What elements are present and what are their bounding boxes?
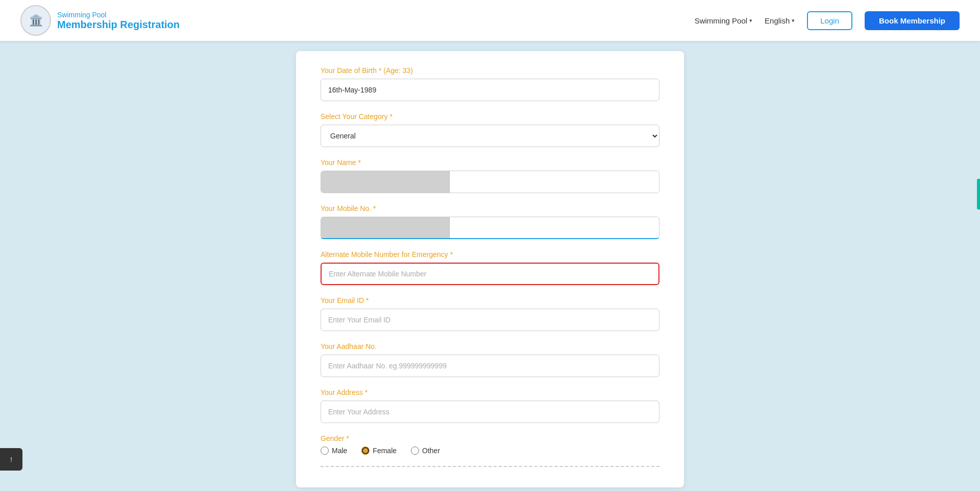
alt-mobile-field-group: Alternate Mobile Number for Emergency * — [321, 250, 659, 285]
aadhaar-field-group: Your Aadhaar No. — [321, 342, 659, 377]
mobile-field-group: Your Mobile No. * — [321, 204, 659, 239]
email-field-group: Your Email ID * — [321, 296, 659, 331]
form-card: Your Date of Birth * (Age: 33) Select Yo… — [296, 51, 684, 487]
gender-other-radio[interactable] — [411, 447, 419, 455]
mobile-prefix-area — [321, 217, 450, 238]
name-label: Your Name * — [321, 158, 659, 167]
category-field-group: Select Your Category * General SC ST OBC… — [321, 112, 659, 147]
aadhaar-input[interactable] — [321, 355, 659, 377]
email-label: Your Email ID * — [321, 296, 659, 305]
logo-text: Swimming Pool Membership Registration — [57, 11, 180, 31]
chevron-down-icon: ▾ — [792, 17, 795, 24]
name-field-group: Your Name * — [321, 158, 659, 193]
address-input[interactable] — [321, 401, 659, 423]
gender-male-text: Male — [332, 447, 347, 455]
gender-other-text: Other — [422, 447, 440, 455]
bottom-divider — [321, 466, 659, 467]
gender-female-label[interactable]: Female — [361, 447, 397, 455]
feedback-button[interactable]: ! — [0, 448, 22, 471]
dob-label: Your Date of Birth * (Age: 33) — [321, 66, 659, 75]
name-prefix-area — [321, 171, 450, 193]
gender-female-text: Female — [373, 447, 397, 455]
gender-male-radio[interactable] — [321, 447, 329, 455]
dob-input[interactable] — [321, 79, 659, 101]
swimming-pool-label: Swimming Pool — [695, 16, 747, 25]
book-membership-button[interactable]: Book Membership — [865, 11, 960, 30]
alt-mobile-label: Alternate Mobile Number for Emergency * — [321, 250, 659, 259]
language-label: English — [765, 16, 790, 25]
chevron-down-icon: ▾ — [749, 17, 752, 24]
gender-radio-group: Male Female Other — [321, 447, 659, 455]
name-input[interactable] — [450, 171, 659, 193]
feedback-icon: ! — [10, 456, 12, 463]
alt-mobile-input[interactable] — [321, 263, 659, 285]
dob-field-group: Your Date of Birth * (Age: 33) — [321, 66, 659, 101]
main-content: Your Date of Birth * (Age: 33) Select Yo… — [0, 41, 980, 491]
email-input[interactable] — [321, 309, 659, 331]
header-nav: Swimming Pool ▾ English ▾ Login Book Mem… — [695, 11, 960, 30]
login-button[interactable]: Login — [807, 11, 852, 30]
category-label: Select Your Category * — [321, 112, 659, 121]
logo-title-bottom: Membership Registration — [57, 19, 180, 31]
address-label: Your Address * — [321, 388, 659, 396]
language-dropdown[interactable]: English ▾ — [765, 16, 795, 25]
gender-male-label[interactable]: Male — [321, 447, 347, 455]
mobile-label: Your Mobile No. * — [321, 204, 659, 213]
gender-female-radio[interactable] — [361, 447, 370, 455]
logo-title-top: Swimming Pool — [57, 11, 180, 19]
address-field-group: Your Address * — [321, 388, 659, 423]
gender-label: Gender * — [321, 434, 659, 442]
mobile-field-container — [321, 217, 659, 239]
scroll-indicator — [977, 179, 980, 209]
swimming-pool-dropdown[interactable]: Swimming Pool ▾ — [695, 16, 752, 25]
mobile-input[interactable] — [450, 217, 659, 238]
logo-area: 🏛️ Swimming Pool Membership Registration — [20, 5, 180, 36]
category-select[interactable]: General SC ST OBC EWS — [321, 125, 659, 147]
aadhaar-label: Your Aadhaar No. — [321, 342, 659, 350]
logo-icon: 🏛️ — [20, 5, 51, 36]
gender-other-label[interactable]: Other — [411, 447, 440, 455]
name-field-container — [321, 171, 659, 193]
header: 🏛️ Swimming Pool Membership Registration… — [0, 0, 980, 41]
gender-field-group: Gender * Male Female Other — [321, 434, 659, 455]
